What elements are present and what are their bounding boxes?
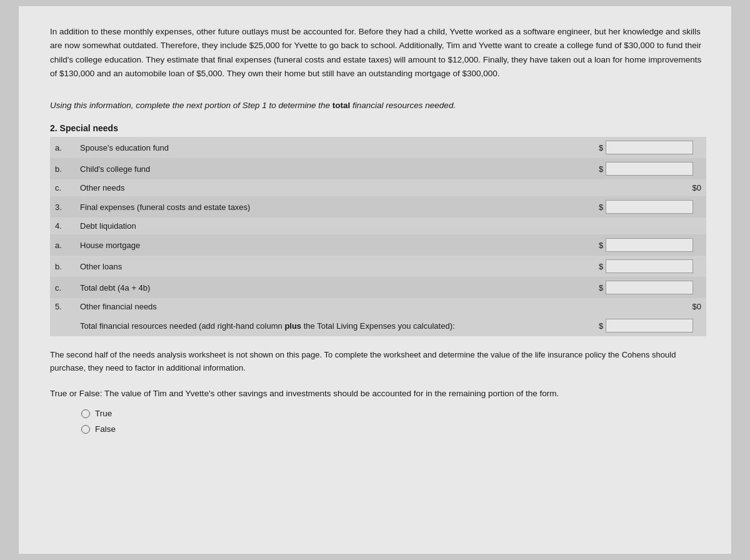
- row-5-other-label: Other financial needs: [75, 298, 594, 315]
- row-a-spouse-letter: a.: [50, 137, 75, 158]
- row-c-other-static: $0: [692, 183, 701, 192]
- row-c-other-label: Other needs: [75, 179, 594, 196]
- row-4-debt: 4.Debt liquidation: [50, 218, 706, 234]
- row-a-spouse-textbox[interactable]: [606, 141, 693, 154]
- row-c-other-input-cell: $0: [594, 179, 706, 196]
- row-4a-house-label: House mortgage: [75, 234, 594, 256]
- row-5-other-letter: 5.: [50, 298, 75, 315]
- row-5-other-input-cell: $0: [594, 298, 706, 315]
- option-false-label: False: [95, 424, 116, 434]
- row-4b-loans-letter: b.: [50, 256, 75, 277]
- row-b-child-input-cell: $: [594, 158, 706, 179]
- row-4b-loans: b.Other loans$: [50, 256, 706, 277]
- row-4c-total-letter: c.: [50, 277, 75, 298]
- row-b-child-label: Child's college fund: [75, 158, 594, 179]
- row-4c-total-input-wrapper: $: [599, 281, 701, 294]
- row-4c-total-label: Total debt (4a + 4b): [75, 277, 594, 298]
- question-text: True or False: The value of Tim and Yvet…: [50, 388, 706, 400]
- row-4b-loans-input-cell: $: [594, 256, 706, 277]
- row-3-final: 3.Final expenses (funeral costs and esta…: [50, 196, 706, 218]
- row-4a-house-input-cell: $: [594, 234, 706, 256]
- radio-group: True False: [50, 409, 706, 434]
- row-4c-total-textbox[interactable]: [606, 281, 693, 294]
- row-b-child: b.Child's college fund$: [50, 158, 706, 179]
- row-b-child-input-wrapper: $: [599, 162, 701, 176]
- row-3-final-letter: 3.: [50, 196, 75, 218]
- row-a-spouse-input-wrapper: $: [599, 141, 701, 154]
- row-5-other: 5.Other financial needs$0: [50, 298, 706, 315]
- total-label: Total financial resources needed (add ri…: [75, 315, 594, 336]
- row-4a-house-textbox[interactable]: [606, 238, 693, 252]
- option-false[interactable]: False: [81, 424, 706, 434]
- row-4a-house: a.House mortgage$: [50, 234, 706, 256]
- row-b-child-letter: b.: [50, 158, 75, 179]
- row-4c-total: c.Total debt (4a + 4b)$: [50, 277, 706, 298]
- footnote-text: The second half of the needs analysis wo…: [50, 349, 706, 375]
- row-a-spouse: a.Spouse's education fund$: [50, 137, 706, 158]
- row-4a-house-letter: a.: [50, 234, 75, 256]
- total-input-cell: $: [594, 315, 706, 336]
- page-container: In addition to these monthly expenses, o…: [19, 6, 731, 554]
- row-3-final-input-wrapper: $: [599, 200, 701, 214]
- row-4-debt-input-cell: [594, 218, 706, 234]
- option-true-label: True: [95, 409, 112, 418]
- row-4b-loans-input-wrapper: $: [599, 259, 701, 273]
- form-table: a.Spouse's education fund$b.Child's coll…: [50, 137, 706, 336]
- section-title: 2. Special needs: [50, 123, 706, 133]
- row-4c-total-input-cell: $: [594, 277, 706, 298]
- radio-false-circle[interactable]: [81, 425, 90, 434]
- row-4b-loans-textbox[interactable]: [606, 259, 693, 273]
- option-true[interactable]: True: [81, 409, 706, 418]
- total-input[interactable]: [606, 319, 693, 332]
- row-a-spouse-input-cell: $: [594, 137, 706, 158]
- radio-true-circle[interactable]: [81, 409, 90, 418]
- row-a-spouse-label: Spouse's education fund: [75, 137, 594, 158]
- row-c-other: c.Other needs$0: [50, 179, 706, 196]
- row-c-other-letter: c.: [50, 179, 75, 196]
- row-4-debt-letter: 4.: [50, 218, 75, 234]
- instruction-text: Using this information, complete the nex…: [50, 99, 706, 112]
- row-b-child-textbox[interactable]: [606, 162, 693, 176]
- row-3-final-input-cell: $: [594, 196, 706, 218]
- row-4-debt-label: Debt liquidation: [75, 218, 594, 234]
- intro-paragraph: In addition to these monthly expenses, o…: [50, 25, 706, 81]
- row-4a-house-input-wrapper: $: [599, 238, 701, 252]
- row-3-final-label: Final expenses (funeral costs and estate…: [75, 196, 594, 218]
- total-letter: [50, 315, 75, 336]
- total-input-wrapper: $: [599, 319, 701, 332]
- total-row: Total financial resources needed (add ri…: [50, 315, 706, 336]
- row-3-final-textbox[interactable]: [606, 200, 693, 214]
- row-4b-loans-label: Other loans: [75, 256, 594, 277]
- row-5-other-static: $0: [692, 302, 701, 311]
